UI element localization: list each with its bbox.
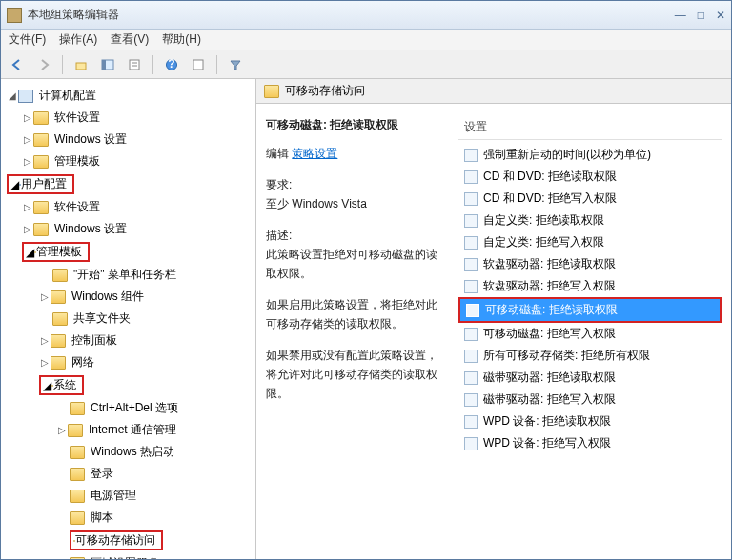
list-item[interactable]: 磁带驱动器: 拒绝写入权限 [458,389,722,410]
tree-removable-storage[interactable]: 可移动存储访问 [75,532,155,549]
expand-icon[interactable]: ▷ [22,112,33,123]
show-hide-tree-button[interactable] [97,54,118,75]
list-item[interactable]: WPD 设备: 拒绝读取权限 [458,410,722,432]
expand-icon[interactable]: ▷ [39,335,51,346]
tree-item[interactable]: 共享文件夹 [3,308,254,330]
svg-rect-2 [102,60,106,70]
tree-item[interactable]: ▷Windows 设置 [3,218,254,240]
expand-icon[interactable]: ▷ [22,134,33,145]
tree-item[interactable]: ▷Windows 组件 [3,286,254,308]
list-item[interactable]: 所有可移动存储类: 拒绝所有权限 [458,345,722,367]
path-title: 可移动存储访问 [285,83,365,99]
tree-item[interactable]: 登录 [3,463,254,485]
policy-icon [464,258,478,271]
tree-item[interactable]: ▷软件设置 [3,196,254,218]
collapse-icon[interactable]: ◢ [43,379,51,392]
close-button[interactable]: ✕ [716,9,725,22]
description-text-2: 如果启用此策略设置，将拒绝对此可移动存储类的读取权限。 [266,295,447,334]
list-item[interactable]: 自定义类: 拒绝写入权限 [458,231,722,253]
list-item[interactable]: CD 和 DVD: 拒绝读取权限 [458,166,722,188]
tree-item[interactable]: 脚本 [3,507,254,529]
highlight-box: 可移动存储访问 [70,530,163,550]
list-item-label: 自定义类: 拒绝写入权限 [483,234,604,250]
list-item[interactable]: 软盘驱动器: 拒绝写入权限 [458,275,722,297]
tree-admin-template[interactable]: 管理模板 [36,244,82,260]
menu-action[interactable]: 操作(A) [59,31,97,48]
menu-view[interactable]: 查看(V) [111,31,149,48]
folder-icon [264,85,279,98]
folder-icon [70,511,85,525]
list-item[interactable]: WPD 设备: 拒绝写入权限 [458,432,722,454]
collapse-icon[interactable]: ◢ [26,246,34,259]
tree-item[interactable]: Windows 热启动 [3,441,254,463]
forward-button[interactable] [33,54,54,75]
tree-item[interactable]: Ctrl+Alt+Del 选项 [3,397,254,419]
list-item[interactable]: 磁带驱动器: 拒绝读取权限 [458,367,722,389]
edit-label: 编辑 [266,147,289,160]
folder-icon [70,402,85,415]
back-button[interactable] [7,54,28,75]
maximize-button[interactable]: □ [698,9,704,22]
tree-user-config[interactable]: 用户配置 [21,176,67,192]
policy-icon [464,393,478,407]
selected-policy-title: 可移动磁盘: 拒绝读取权限 [266,115,447,134]
svg-rect-0 [76,63,86,70]
policy-icon [464,236,478,250]
tree-item[interactable]: ▷Internet 通信管理 [3,419,254,441]
tree-user-config-row: ◢ 用户配置 [3,172,254,196]
expand-icon[interactable]: ▷ [39,357,51,368]
description-text-3: 如果禁用或没有配置此策略设置，将允许对此可移动存储类的读取权限。 [266,346,447,404]
properties-button[interactable] [188,54,209,75]
tree-system[interactable]: 系统 [53,377,76,393]
tree-system-row: ◢ 系统 [3,373,254,397]
expand-icon[interactable]: ▷ [22,156,33,167]
expand-icon[interactable]: ▷ [22,224,33,234]
minimize-button[interactable]: — [675,9,686,22]
list-item[interactable]: 自定义类: 拒绝读取权限 [458,210,722,231]
tree-item[interactable]: ▷控制面板 [3,330,254,351]
list-item-label: 自定义类: 拒绝读取权限 [483,212,604,229]
collapse-icon[interactable]: ◢ [10,178,19,191]
titlebar: 本地组策略编辑器 — □ ✕ [1,1,731,30]
list-item[interactable]: 可移动磁盘: 拒绝写入权限 [458,323,722,345]
path-header: 可移动存储访问 [256,79,731,104]
expand-icon[interactable]: ▷ [22,202,33,212]
filter-button[interactable] [225,54,246,75]
tree-item[interactable]: ▷软件设置 [3,107,254,129]
list-item[interactable]: 软盘驱动器: 拒绝读取权限 [458,253,722,275]
highlight-box: 可移动磁盘: 拒绝读取权限 [458,297,722,323]
tree-item[interactable]: 区域设置服务 [3,552,254,559]
up-button[interactable] [71,54,92,75]
tree-item[interactable]: ▷管理模板 [3,150,254,172]
menu-file[interactable]: 文件(F) [9,31,46,48]
folder-icon [51,290,66,304]
folder-icon [33,155,49,169]
content-area: ◢ 计算机配置 ▷软件设置 ▷Windows 设置 ▷管理模板 ◢ 用户配置 ▷… [1,79,731,559]
tree-item[interactable]: "开始" 菜单和任务栏 [3,264,254,286]
tree-pane[interactable]: ◢ 计算机配置 ▷软件设置 ▷Windows 设置 ▷管理模板 ◢ 用户配置 ▷… [1,79,256,559]
edit-policy-link[interactable]: 策略设置 [292,147,337,160]
list-item[interactable]: CD 和 DVD: 拒绝写入权限 [458,188,722,210]
folder-icon [52,269,68,282]
folder-icon [51,356,66,370]
help-button[interactable]: ? [161,54,182,75]
description-text-1: 此策略设置拒绝对可移动磁盘的读取权限。 [266,245,447,284]
expand-icon[interactable]: ▷ [56,425,68,435]
export-list-button[interactable] [124,54,145,75]
menu-help[interactable]: 帮助(H) [162,31,201,48]
svg-rect-3 [130,60,139,70]
collapse-icon[interactable]: ◢ [7,90,18,101]
list-item-label: WPD 设备: 拒绝读取权限 [483,413,611,430]
tree-item[interactable]: 电源管理 [3,485,254,507]
column-header-setting[interactable]: 设置 [458,115,722,140]
svg-rect-6 [193,60,203,70]
policy-icon [464,280,478,293]
tree-item[interactable]: ▷网络 [3,351,254,373]
list-item[interactable]: 可移动磁盘: 拒绝读取权限 [460,299,720,321]
folder-icon [51,334,66,348]
list-item[interactable]: 强制重新启动的时间(以秒为单位) [458,144,722,166]
tree-item[interactable]: ▷Windows 设置 [3,129,254,150]
tree-removable-storage-row: 可移动存储访问 [3,529,254,552]
expand-icon[interactable]: ▷ [39,291,51,302]
tree-computer-config[interactable]: ◢ 计算机配置 [3,85,254,107]
